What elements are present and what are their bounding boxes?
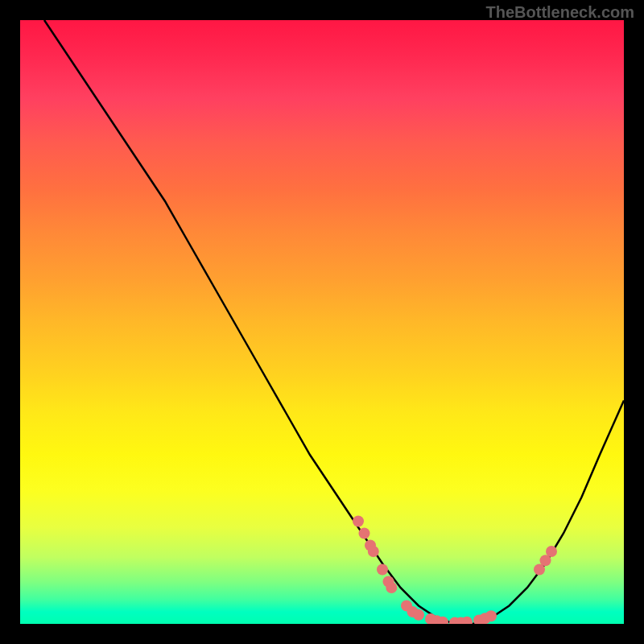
curve-marker: [546, 546, 557, 557]
bottleneck-curve: [44, 20, 624, 624]
watermark-text: TheBottleneck.com: [486, 3, 634, 22]
curve-markers: [353, 516, 557, 625]
curve-marker: [386, 582, 397, 593]
curve-marker: [485, 610, 497, 621]
curve-marker: [353, 516, 364, 527]
curve-marker: [359, 528, 370, 539]
plot-area: [20, 20, 624, 624]
curve-marker: [377, 564, 388, 576]
chart-svg: [20, 20, 624, 624]
curve-marker: [368, 546, 379, 557]
curve-marker: [413, 609, 424, 621]
